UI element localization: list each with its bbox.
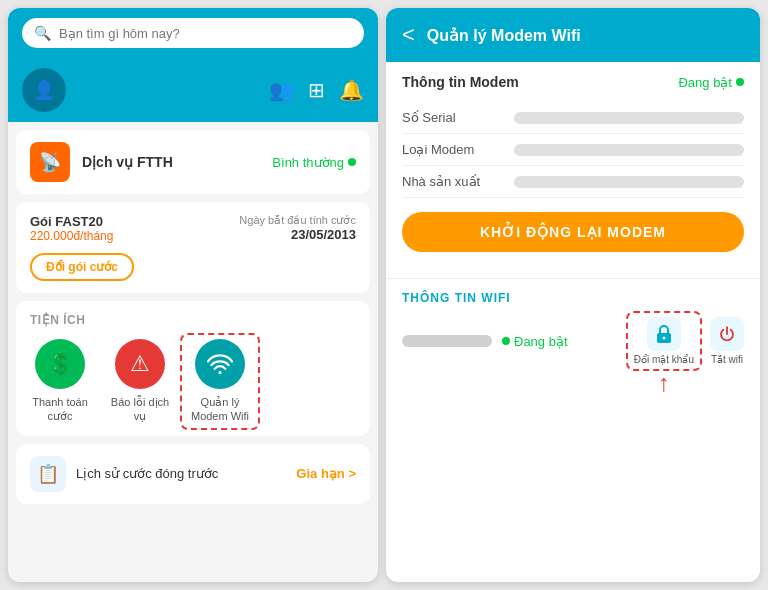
- bell-icon[interactable]: 🔔: [339, 78, 364, 102]
- right-header: < Quản lý Modem Wifi: [386, 8, 760, 62]
- search-input-wrap[interactable]: 🔍: [22, 18, 364, 48]
- avatar[interactable]: 👤: [22, 68, 66, 112]
- report-label: Báo lỗi dịch vụ: [110, 395, 170, 424]
- manufacturer-value: [514, 176, 744, 188]
- serial-label: Số Serial: [402, 110, 502, 125]
- change-plan-button[interactable]: Đổi gói cước: [30, 253, 134, 281]
- wifi-row: Đang bật Đổi mật khẩu ↑: [402, 317, 744, 365]
- wifi-info-section: THÔNG TIN WIFI Đang bật: [386, 279, 760, 582]
- modem-section-header: Thông tin Modem Đang bật: [402, 74, 744, 90]
- history-card[interactable]: 📋 Lịch sử cước đóng trước Gia hạn >: [16, 444, 370, 504]
- wifi-actions: Đổi mật khẩu ↑ Tắt wifi: [634, 317, 744, 365]
- payment-icon-circle: 💲: [35, 339, 85, 389]
- wifi-status-text: Đang bật: [514, 334, 568, 349]
- payment-label: Thanh toán cước: [30, 395, 90, 424]
- search-bar-area: 🔍: [8, 8, 378, 62]
- modem-status: Đang bật: [678, 75, 744, 90]
- history-icon: 📋: [30, 456, 66, 492]
- report-icon-circle: ⚠: [115, 339, 165, 389]
- history-link[interactable]: Gia hạn >: [296, 466, 356, 481]
- turn-off-wifi-label: Tắt wifi: [711, 354, 743, 365]
- svg-rect-1: [657, 333, 671, 343]
- modem-type-value: [514, 144, 744, 156]
- utility-item-modem[interactable]: Quản lý Modem Wifi: [190, 339, 250, 424]
- svg-point-2: [662, 337, 665, 340]
- serial-value: [514, 112, 744, 124]
- utilities-icons-row: 💲 Thanh toán cước ⚠ Báo lỗi dịch vụ: [30, 339, 356, 424]
- billing-date-label: Ngày bắt đầu tính cước: [201, 214, 356, 227]
- modem-label: Quản lý Modem Wifi: [190, 395, 250, 424]
- serial-row: Số Serial: [402, 102, 744, 134]
- plan-price: 220.000đ/tháng: [30, 229, 185, 243]
- plan-name: Gói FAST20: [30, 214, 185, 229]
- modem-icon-circle: [195, 339, 245, 389]
- modem-status-text: Đang bật: [678, 75, 732, 90]
- back-button[interactable]: <: [402, 22, 415, 48]
- manufacturer-label: Nhà sản xuất: [402, 174, 502, 189]
- service-name: Dịch vụ FTTH: [82, 154, 173, 170]
- utility-item-report[interactable]: ⚠ Báo lỗi dịch vụ: [110, 339, 170, 424]
- contacts-icon[interactable]: 👥: [269, 78, 294, 102]
- avatar-icon: 👤: [33, 79, 55, 101]
- wifi-section-title: THÔNG TIN WIFI: [402, 291, 744, 305]
- utilities-title: TIỆN ÍCH: [30, 313, 356, 327]
- history-label: Lịch sử cước đóng trước: [76, 466, 218, 481]
- restart-modem-button[interactable]: KHỞI ĐỘNG LẠI MODEM: [402, 212, 744, 252]
- turn-off-wifi-button[interactable]: Tắt wifi: [710, 317, 744, 365]
- billing-date: Ngày bắt đầu tính cước 23/05/2013: [201, 214, 356, 242]
- billing-card: Gói FAST20 220.000đ/tháng Ngày bắt đầu t…: [16, 202, 370, 293]
- modem-type-row: Loại Modem: [402, 134, 744, 166]
- lock-icon-circle: [647, 317, 681, 351]
- wifi-status: Đang bật: [502, 334, 568, 349]
- modem-info-section: Thông tin Modem Đang bật Số Serial Loại …: [386, 62, 760, 279]
- wifi-name-blurred: [402, 335, 492, 347]
- search-icon: 🔍: [34, 25, 51, 41]
- billing-row: Gói FAST20 220.000đ/tháng Ngày bắt đầu t…: [30, 214, 356, 243]
- svg-point-0: [218, 371, 221, 374]
- modem-type-label: Loại Modem: [402, 142, 502, 157]
- utilities-card: TIỆN ÍCH 💲 Thanh toán cước ⚠ Báo lỗi dịc…: [16, 301, 370, 436]
- utility-item-payment[interactable]: 💲 Thanh toán cước: [30, 339, 90, 424]
- modem-status-dot: [736, 78, 744, 86]
- left-panel: 🔍 👤 👥 ⊞ 🔔 📡 Dịch vụ FTTH Bình thường: [8, 8, 378, 582]
- wifi-status-dot: [502, 337, 510, 345]
- change-password-button[interactable]: Đổi mật khẩu ↑: [634, 317, 694, 365]
- service-icon: 📡: [30, 142, 70, 182]
- right-panel-title: Quản lý Modem Wifi: [427, 26, 581, 45]
- top-icons-row: 👤 👥 ⊞ 🔔: [8, 62, 378, 122]
- manufacturer-row: Nhà sản xuất: [402, 166, 744, 198]
- service-status-text: Bình thường: [272, 155, 344, 170]
- status-dot: [348, 158, 356, 166]
- change-password-label: Đổi mật khẩu: [634, 354, 694, 365]
- service-status: Bình thường: [272, 155, 356, 170]
- service-card: 📡 Dịch vụ FTTH Bình thường: [16, 130, 370, 194]
- modem-section-title: Thông tin Modem: [402, 74, 519, 90]
- arrow-indicator: ↑: [658, 369, 670, 397]
- billing-date-value: 23/05/2013: [201, 227, 356, 242]
- search-input[interactable]: [59, 26, 352, 41]
- right-panel: < Quản lý Modem Wifi Thông tin Modem Đan…: [386, 8, 760, 582]
- billing-plan: Gói FAST20 220.000đ/tháng: [30, 214, 185, 243]
- qrcode-icon[interactable]: ⊞: [308, 78, 325, 102]
- power-icon-circle: [710, 317, 744, 351]
